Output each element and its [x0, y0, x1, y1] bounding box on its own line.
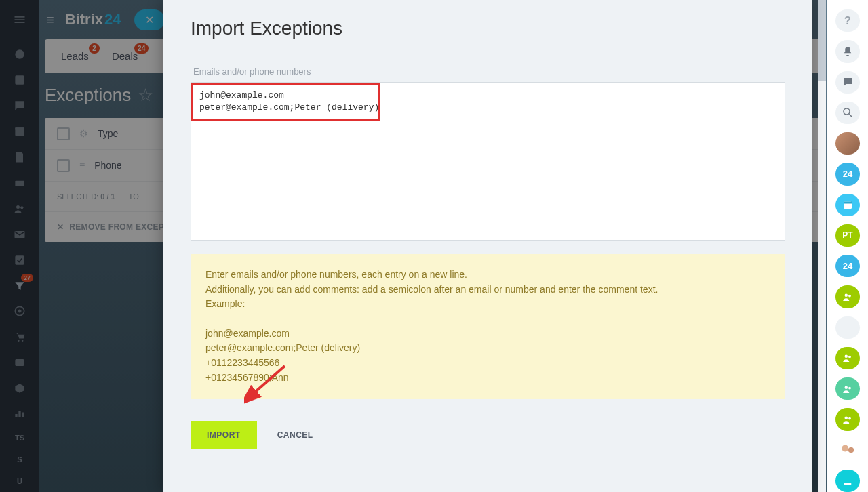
modal-title: Import Exceptions [191, 18, 785, 39]
svg-point-17 [845, 293, 848, 297]
svg-point-19 [845, 355, 848, 358]
svg-point-24 [848, 417, 851, 420]
right-rail: ? 24 PT 24 [827, 0, 868, 492]
search-icon[interactable] [835, 102, 860, 124]
exceptions-textarea[interactable] [191, 82, 785, 241]
help-text-line: Example: [205, 297, 770, 312]
svg-point-26 [848, 447, 854, 453]
svg-point-14 [844, 108, 850, 115]
export-icon[interactable] [835, 470, 860, 492]
cancel-button[interactable]: CANCEL [273, 430, 317, 440]
modal-button-row: IMPORT CANCEL [191, 421, 785, 449]
svg-point-18 [848, 295, 851, 298]
group-green-icon-3[interactable] [835, 408, 860, 430]
svg-point-20 [848, 356, 851, 358]
help-example-line: john@example.com [205, 327, 770, 342]
group-mint-icon[interactable] [835, 377, 860, 400]
pt-green-icon[interactable]: PT [835, 224, 860, 247]
svg-point-25 [842, 445, 848, 452]
avatar-group[interactable] [835, 132, 860, 155]
avatar-pair[interactable] [835, 439, 860, 462]
svg-point-21 [845, 386, 848, 389]
svg-point-23 [845, 416, 848, 419]
help-example-line: peter@example.com;Peter (delivery) [205, 341, 770, 356]
b24-blue-icon[interactable]: 24 [835, 163, 860, 185]
group-green-icon[interactable] [835, 285, 860, 308]
import-exceptions-modal: Import Exceptions Emails and/or phone nu… [163, 0, 812, 492]
help-box: Enter emails and/or phone numbers, each … [191, 254, 785, 399]
svg-rect-16 [844, 202, 852, 204]
group-teal-icon[interactable] [835, 316, 860, 339]
b24-blue-icon-2[interactable]: 24 [835, 255, 860, 277]
help-text-line: Enter emails and/or phone numbers, each … [205, 268, 770, 283]
help-example-line: +0112233445566 [205, 356, 770, 371]
import-button[interactable]: IMPORT [191, 421, 257, 449]
chat-bubble-icon[interactable] [835, 71, 860, 94]
help-icon[interactable]: ? [835, 9, 860, 32]
help-text-line: Additionally, you can add comments: add … [205, 283, 770, 298]
help-example-line: +01234567890;Ann [205, 371, 770, 386]
scrollbar-thumb[interactable] [818, 0, 826, 81]
svg-point-22 [848, 386, 851, 389]
calendar-circle-icon[interactable] [835, 194, 860, 216]
group-green-icon-2[interactable] [835, 347, 860, 369]
textarea-label: Emails and/or phone numbers [193, 66, 785, 77]
bell-icon[interactable] [835, 40, 860, 62]
